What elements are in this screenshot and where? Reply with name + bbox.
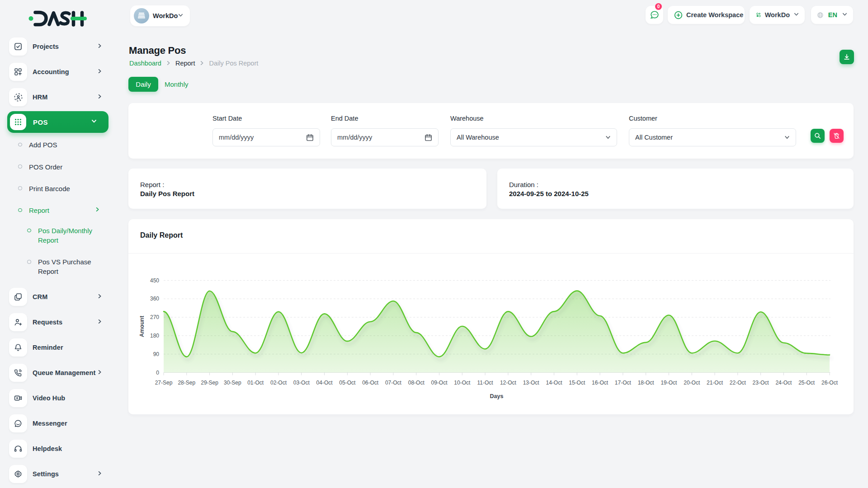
calendar-icon[interactable]	[425, 134, 432, 141]
sidebar-item-requests[interactable]: Requests	[0, 310, 115, 335]
apply-filter-button[interactable]	[811, 129, 825, 143]
sidebar-item-video-hub[interactable]: Video Hub	[0, 385, 115, 411]
breadcrumb-current: Daily Pos Report	[209, 60, 258, 67]
hrm-icon	[9, 88, 27, 106]
svg-text:Days: Days	[490, 393, 504, 399]
workspace-avatar	[134, 8, 149, 23]
bullet-icon	[18, 208, 22, 212]
end-date-input[interactable]: mm/dd/yyyy	[331, 128, 439, 146]
sidebar-nav: Projects Accounting HRM POS Add POS POS …	[0, 34, 115, 487]
sidebar-item-label: Queue Management	[33, 369, 95, 376]
chevron-right-icon	[94, 206, 100, 214]
sidebar-item-pos-vs-purchase-report[interactable]: Pos VS Purchase Report	[0, 253, 115, 284]
language-label: EN	[828, 11, 837, 19]
sidebar-item-report[interactable]: Report	[0, 199, 115, 221]
svg-text:21-Oct: 21-Oct	[707, 380, 723, 386]
sidebar-item-label: Report	[29, 206, 49, 214]
sidebar-item-projects[interactable]: Projects	[0, 34, 115, 59]
svg-text:26-Oct: 26-Oct	[821, 380, 838, 386]
svg-text:08-Oct: 08-Oct	[408, 380, 425, 386]
sidebar-item-pos-daily-monthly-report[interactable]: Pos Daily/Monthly Report	[0, 221, 115, 253]
report-value: Daily Pos Report	[140, 190, 194, 197]
sidebar-item-pos[interactable]: POS	[7, 111, 108, 133]
download-icon	[843, 53, 850, 61]
bullet-icon	[18, 186, 22, 190]
start-date-value: mm/dd/yyyy	[219, 134, 254, 141]
svg-text:05-Oct: 05-Oct	[339, 380, 356, 386]
sidebar-item-label: Helpdesk	[33, 445, 62, 452]
sidebar-item-add-pos[interactable]: Add POS	[0, 134, 115, 155]
sidebar-item-helpdesk[interactable]: Helpdesk	[0, 436, 115, 461]
sidebar-item-label: HRM	[33, 94, 47, 101]
svg-text:29-Sep: 29-Sep	[201, 380, 218, 386]
breadcrumb-report[interactable]: Report	[175, 60, 195, 67]
chevron-down-icon	[605, 135, 611, 140]
report-summary-card: Report : Daily Pos Report	[128, 169, 486, 209]
svg-text:17-Oct: 17-Oct	[615, 380, 632, 386]
svg-text:25-Oct: 25-Oct	[798, 380, 815, 386]
svg-text:0: 0	[156, 370, 159, 376]
create-workspace-label: Create Workspace	[686, 11, 743, 19]
svg-text:19-Oct: 19-Oct	[660, 380, 677, 386]
bullet-icon	[27, 229, 31, 233]
chevron-right-icon	[199, 60, 204, 67]
tab-monthly[interactable]: Monthly	[165, 77, 189, 92]
svg-text:15-Oct: 15-Oct	[569, 380, 585, 386]
end-date-value: mm/dd/yyyy	[337, 134, 372, 141]
svg-text:18-Oct: 18-Oct	[638, 380, 655, 386]
daily-report-area-chart[interactable]: 09018027036045027-Sep28-Sep29-Sep30-Sep0…	[128, 219, 854, 414]
messages-badge: 0	[655, 3, 662, 10]
settings-icon	[9, 465, 27, 483]
company-menu-button[interactable]: WorkDo	[750, 6, 805, 24]
video-icon	[9, 389, 27, 407]
sidebar-item-messenger[interactable]: Messenger	[0, 411, 115, 436]
sidebar-item-crm[interactable]: CRM	[0, 284, 115, 310]
sidebar-item-label: Print Barcode	[29, 184, 70, 192]
sidebar-item-reminder[interactable]: Reminder	[0, 335, 115, 360]
svg-text:27-Sep: 27-Sep	[155, 380, 173, 386]
sidebar: Projects Accounting HRM POS Add POS POS …	[0, 0, 115, 488]
warehouse-value: All Warehouse	[457, 134, 499, 141]
svg-text:12-Oct: 12-Oct	[500, 380, 517, 386]
dash-logo[interactable]	[28, 9, 87, 28]
page-title: Manage Pos	[129, 45, 186, 56]
sidebar-item-hrm[interactable]: HRM	[0, 84, 115, 110]
breadcrumb-dashboard[interactable]: Dashboard	[129, 60, 161, 67]
search-icon	[814, 132, 821, 139]
svg-text:360: 360	[150, 296, 159, 302]
warehouse-select[interactable]: All Warehouse	[450, 128, 617, 146]
sidebar-item-label: Add POS	[29, 141, 57, 149]
sidebar-item-settings[interactable]: Settings	[0, 461, 115, 487]
projects-icon	[9, 38, 27, 56]
language-selector[interactable]: EN	[811, 6, 853, 24]
sidebar-item-label: Requests	[33, 319, 62, 326]
start-date-input[interactable]: mm/dd/yyyy	[212, 128, 320, 146]
calendar-icon[interactable]	[306, 134, 314, 141]
svg-text:02-Oct: 02-Oct	[270, 380, 287, 386]
svg-text:06-Oct: 06-Oct	[362, 380, 379, 386]
customer-select[interactable]: All Customer	[629, 128, 796, 146]
sidebar-item-queue-management[interactable]: Queue Management	[0, 360, 115, 385]
sidebar-item-print-barcode[interactable]: Print Barcode	[0, 178, 115, 199]
sidebar-item-pos-order[interactable]: POS Order	[0, 155, 115, 177]
duration-label: Duration :	[509, 181, 538, 188]
workspace-name: WorkDo	[153, 12, 178, 19]
create-workspace-button[interactable]: Create Workspace	[668, 6, 745, 24]
bullet-icon	[18, 143, 22, 147]
sidebar-item-label: Accounting	[33, 68, 69, 75]
sidebar-item-accounting[interactable]: Accounting	[0, 59, 115, 84]
customer-value: All Customer	[635, 134, 673, 141]
bullet-icon	[18, 164, 22, 169]
svg-text:13-Oct: 13-Oct	[523, 380, 540, 386]
svg-text:Amount: Amount	[139, 315, 145, 337]
download-button[interactable]	[840, 50, 854, 64]
svg-text:23-Oct: 23-Oct	[753, 380, 769, 386]
start-date-label: Start Date	[212, 115, 242, 122]
reset-filter-button[interactable]	[830, 129, 844, 143]
chevron-down-icon	[784, 135, 790, 140]
end-date-label: End Date	[331, 115, 358, 122]
workspace-switcher[interactable]: WorkDo	[130, 5, 190, 26]
messages-button[interactable]: 0	[646, 6, 663, 24]
tab-daily[interactable]: Daily	[128, 77, 158, 92]
daily-report-chart-card: Daily Report 09018027036045027-Sep28-Sep…	[128, 219, 854, 414]
